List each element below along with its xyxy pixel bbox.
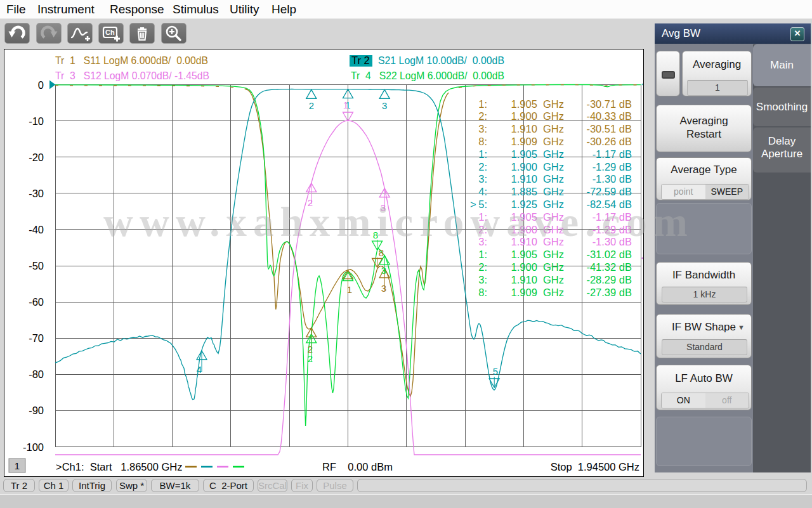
svg-text:5:: 5: [478,199,487,210]
svg-text:-30.51 dB: -30.51 dB [586,123,632,134]
svg-text:3: 3 [381,283,386,294]
svg-text:1:: 1: [478,211,487,223]
svg-text:1.905 GHz: 1.905 GHz [511,98,564,110]
svg-text:1.900 GHz: 1.900 GHz [511,110,564,122]
svg-text:1.905 GHz: 1.905 GHz [511,148,564,160]
svg-text:-40: -40 [29,224,44,235]
svg-text:-31.02 dB: -31.02 dB [586,249,632,260]
svg-text:3: 3 [382,100,387,111]
svg-text:>Ch1: Start 1.86500 GHz: >Ch1: Start 1.86500 GHz [56,461,182,472]
svg-text:-100: -100 [23,441,44,453]
svg-text:1.910 GHz: 1.910 GHz [511,236,564,247]
svg-text:-30.71 dB: -30.71 dB [586,98,632,110]
svg-text:-28.29 dB: -28.29 dB [586,274,632,285]
svg-text:1.910 GHz: 1.910 GHz [511,173,564,185]
svg-text:1: 1 [15,460,20,471]
svg-text:3:: 3: [478,236,487,247]
svg-text:Tr 3 S12 LogM 0.070dB/ -1.4: Tr 3 S12 LogM 0.070dB/ -1.45dB [55,70,209,81]
svg-text:Tr 2: Tr 2 [351,55,370,66]
svg-text:1.905 GHz: 1.905 GHz [511,249,564,260]
svg-text:1.900 GHz: 1.900 GHz [511,261,564,273]
svg-text:>: > [470,199,476,210]
svg-text:1.900 GHz: 1.900 GHz [511,161,564,173]
svg-text:2: 2 [309,100,314,111]
svg-text:8:: 8: [478,136,487,147]
svg-text:2:: 2: [478,224,487,235]
svg-text:-82.54 dB: -82.54 dB [586,199,632,210]
svg-text:Ch: Ch [105,29,115,36]
svg-text:1.925 GHz: 1.925 GHz [511,199,564,210]
svg-text:-72.59 dB: -72.59 dB [586,186,632,197]
svg-text:1: 1 [343,100,348,110]
svg-text:8: 8 [379,247,384,258]
svg-text:3: 3 [381,202,386,213]
svg-text:2: 2 [308,197,313,208]
svg-text:5: 5 [493,366,498,377]
svg-text:-20: -20 [29,152,44,163]
svg-text:-1.17 dB: -1.17 dB [593,211,632,223]
svg-text:-10: -10 [29,115,44,127]
svg-text:2:: 2: [478,110,487,122]
svg-text:-30.26 dB: -30.26 dB [586,136,632,147]
svg-text:Tr 4 S22 LogM 6.000dB/ 0.0: Tr 4 S22 LogM 6.000dB/ 0.00dB [351,70,504,81]
svg-text:-80: -80 [29,368,44,380]
svg-text:3: 3 [381,265,386,276]
svg-text:1.910 GHz: 1.910 GHz [511,274,564,285]
svg-text:S21 LogM 10.00dB/ 0.00dB: S21 LogM 10.00dB/ 0.00dB [378,55,504,66]
svg-text:RF 0.00 dBm: RF 0.00 dBm [322,461,393,472]
svg-text:1.905 GHz: 1.905 GHz [511,211,564,223]
svg-text:-1.30 dB: -1.30 dB [593,236,632,247]
svg-text:-1.30 dB: -1.30 dB [593,173,632,185]
svg-text:1:: 1: [478,98,487,110]
svg-text:1.909 GHz: 1.909 GHz [511,287,564,298]
svg-text:Stop 1.94500 GHz: Stop 1.94500 GHz [551,461,639,472]
svg-text:1:: 1: [478,249,487,260]
svg-text:-27.39 dB: -27.39 dB [586,287,632,298]
svg-text:-30: -30 [29,188,44,199]
svg-text:-60: -60 [29,296,44,308]
svg-text:0: 0 [38,79,44,91]
svg-text:3:: 3: [478,274,487,285]
svg-text:-1.17 dB: -1.17 dB [593,148,632,160]
svg-text:-40.33 dB: -40.33 dB [586,110,632,122]
svg-text:8: 8 [373,230,378,240]
svg-text:2:: 2: [478,161,487,173]
svg-text:1.910 GHz: 1.910 GHz [511,123,564,134]
svg-text:-70: -70 [29,332,44,344]
svg-text:Tr 1 S11 LogM 6.000dB/ 0.0: Tr 1 S11 LogM 6.000dB/ 0.00dB [55,55,208,66]
svg-text:4:: 4: [478,186,487,197]
svg-text:3:: 3: [478,123,487,134]
svg-text:1:: 1: [478,148,487,160]
svg-text:-41.32 dB: -41.32 dB [586,261,632,273]
svg-text:1.909 GHz: 1.909 GHz [511,136,564,147]
svg-text:2: 2 [308,353,313,364]
svg-text:2:: 2: [478,261,487,273]
svg-text:8:: 8: [478,287,487,298]
svg-text:1.885 GHz: 1.885 GHz [511,186,564,197]
svg-text:4: 4 [197,364,202,375]
svg-text:-1.29 dB: -1.29 dB [593,224,632,235]
svg-text:3:: 3: [478,173,487,185]
svg-text:1.900 GHz: 1.900 GHz [511,224,564,235]
svg-text:-50: -50 [29,260,44,271]
svg-text:-1.29 dB: -1.29 dB [593,161,632,173]
svg-text:-90: -90 [29,405,44,416]
